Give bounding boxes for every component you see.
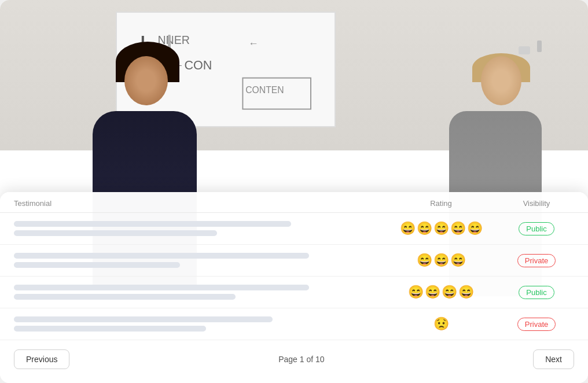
text-bar (14, 285, 309, 290)
emoji-1: 😄 (408, 285, 424, 300)
visibility-cell: Public (499, 286, 574, 299)
text-bar (14, 316, 273, 322)
previous-button[interactable]: Previous (14, 349, 69, 369)
emoji-2: 😄 (425, 285, 440, 300)
emoji-3: 😄 (433, 221, 449, 236)
visibility-badge: Public (519, 286, 554, 299)
rating-cell: 😄 😄 😄 😄 😄 (383, 221, 499, 236)
text-bar (14, 262, 180, 268)
emoji-1: 😄 (417, 253, 432, 268)
wall-outlet (519, 46, 530, 54)
emoji-3: 😄 (450, 253, 466, 268)
emoji-2: 😄 (433, 253, 449, 268)
next-button[interactable]: Next (533, 349, 574, 369)
table-row: 😄 😄 😄 😄 Public (0, 277, 588, 308)
col-header-rating: Rating (383, 199, 499, 208)
visibility-cell: Public (499, 222, 574, 235)
visibility-badge: Private (517, 318, 556, 331)
table-row: 😄 😄 😄 😄 😄 Public (0, 213, 588, 245)
emoji-4: 😄 (450, 221, 466, 236)
svg-text:←: ← (248, 38, 259, 49)
text-bar (14, 253, 309, 259)
col-header-testimonial: Testimonial (14, 199, 383, 208)
emoji-1: 😄 (400, 221, 416, 236)
emoji-4: 😄 (458, 285, 474, 300)
emoji-sad: 😟 (433, 316, 449, 332)
visibility-badge: Private (517, 254, 556, 267)
rating-cell: 😄 😄 😄 (383, 253, 499, 268)
emoji-3: 😄 (442, 285, 457, 300)
rating-cell: 😄 😄 😄 😄 (383, 285, 499, 300)
text-bar (14, 326, 206, 332)
emoji-5: 😄 (467, 221, 483, 236)
page-info: Page 1 of 10 (278, 355, 324, 364)
testimonial-text-placeholder (14, 285, 383, 300)
text-bar (14, 230, 217, 236)
testimonial-card: Testimonial Rating Visibility 😄 😄 😄 😄 😄 … (0, 192, 588, 383)
text-bar (14, 221, 291, 227)
table-row: 😄 😄 😄 Private (0, 245, 588, 277)
table-header: Testimonial Rating Visibility (0, 192, 588, 213)
testimonial-text-placeholder (14, 253, 383, 268)
person-left-face (124, 56, 168, 105)
text-bar (14, 294, 236, 300)
testimonial-text-placeholder (14, 221, 383, 236)
visibility-cell: Private (499, 254, 574, 267)
rating-cell: 😟 (383, 316, 499, 332)
svg-text:CONTEN: CONTEN (245, 85, 284, 95)
wall-hook (537, 40, 542, 52)
table-row: 😟 Private (0, 308, 588, 340)
emoji-2: 😄 (417, 221, 432, 236)
col-header-visibility: Visibility (499, 199, 574, 208)
pagination: Previous Page 1 of 10 Next (0, 340, 588, 371)
visibility-cell: Private (499, 318, 574, 331)
main-container: L NNER ← CON ←CON CONTEN Testimonial Rat… (0, 0, 588, 383)
visibility-badge: Public (519, 222, 554, 235)
person-right-face (481, 56, 521, 105)
testimonial-text-placeholder (14, 316, 383, 332)
